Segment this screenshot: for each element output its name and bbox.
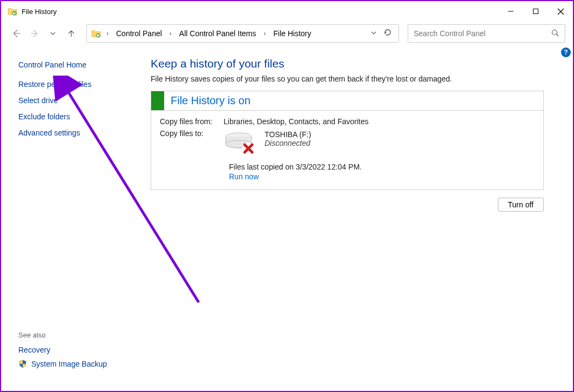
copy-to-label: Copy files to: [160, 129, 224, 138]
navigation-bar: › Control Panel › All Control Panel Item… [1, 22, 573, 45]
title-bar: File History [1, 1, 573, 22]
back-button[interactable] [9, 26, 24, 41]
drive-icon [224, 130, 257, 155]
system-image-backup-link[interactable]: System Image Backup [18, 360, 134, 368]
svg-line-9 [557, 34, 559, 36]
page-description: File History saves copies of your files … [151, 75, 544, 83]
breadcrumb-item[interactable]: All Control Panel Items [177, 28, 258, 39]
recent-dropdown[interactable] [45, 26, 60, 41]
drive-status: Disconnected [265, 139, 311, 147]
sidebar: Control Panel Home Restore personal file… [1, 45, 144, 391]
address-dropdown[interactable] [370, 29, 377, 38]
search-input[interactable]: Search Control Panel [408, 24, 565, 43]
forward-button[interactable] [27, 26, 42, 41]
up-button[interactable] [64, 26, 79, 41]
status-panel: File History is on Copy files from: Libr… [151, 91, 544, 190]
copy-from-label: Copy files from: [160, 117, 224, 126]
advanced-settings-link[interactable]: Advanced settings [18, 129, 134, 137]
chevron-right-icon: › [104, 30, 111, 37]
shield-icon [18, 360, 27, 368]
search-placeholder: Search Control Panel [414, 29, 485, 38]
recovery-link[interactable]: Recovery [18, 346, 134, 354]
close-button[interactable] [548, 1, 573, 22]
svg-rect-2 [534, 9, 538, 14]
chevron-right-icon: › [261, 30, 268, 37]
breadcrumb-item[interactable]: Control Panel [114, 28, 164, 39]
chevron-right-icon: › [167, 30, 174, 37]
last-copied-text: Files last copied on 3/3/2022 12:04 PM. [229, 163, 535, 171]
see-also-section: See also Recovery System Image Backup [18, 331, 134, 386]
refresh-button[interactable] [383, 28, 392, 39]
select-drive-link[interactable]: Select drive [18, 96, 134, 105]
content-area: ? Control Panel Home Restore personal fi… [1, 45, 573, 391]
file-history-icon [91, 29, 101, 38]
file-history-window: File History [0, 0, 574, 392]
see-also-label: See also [18, 331, 134, 339]
status-panel-header: File History is on [151, 91, 543, 111]
copy-from-value: Libraries, Desktop, Contacts, and Favori… [224, 117, 368, 126]
turn-off-button[interactable]: Turn off [498, 198, 544, 212]
status-indicator [151, 91, 164, 110]
main-panel: Keep a history of your files File Histor… [144, 45, 573, 391]
file-history-icon [8, 6, 17, 16]
control-panel-home-link[interactable]: Control Panel Home [18, 60, 134, 69]
run-now-link[interactable]: Run now [229, 172, 535, 181]
breadcrumb-item[interactable]: File History [271, 28, 313, 39]
exclude-folders-link[interactable]: Exclude folders [18, 112, 134, 121]
address-bar[interactable]: › Control Panel › All Control Panel Item… [86, 24, 399, 43]
minimize-button[interactable] [498, 1, 523, 22]
window-title: File History [22, 8, 57, 16]
page-title: Keep a history of your files [151, 57, 544, 70]
drive-name: TOSHIBA (F:) [265, 130, 311, 139]
window-controls [498, 1, 573, 22]
maximize-button[interactable] [523, 1, 548, 22]
restore-personal-files-link[interactable]: Restore personal files [18, 80, 134, 89]
svg-point-8 [552, 30, 557, 35]
search-icon [551, 29, 559, 39]
status-title: File History is on [164, 91, 257, 110]
